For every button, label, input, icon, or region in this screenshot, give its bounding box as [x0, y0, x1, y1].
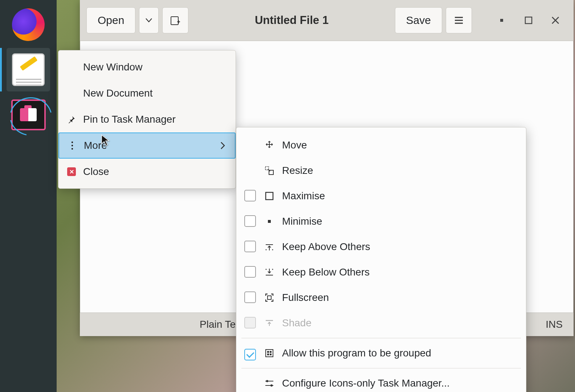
svg-point-10	[266, 249, 267, 250]
svg-rect-1	[500, 19, 503, 22]
maximise-icon	[524, 16, 533, 25]
svg-point-3	[72, 142, 73, 143]
menu-pin-to-task-manager[interactable]: Pin to Task Manager	[58, 106, 236, 132]
submenu-keep-below[interactable]: Keep Below Others	[236, 260, 526, 285]
svg-rect-18	[267, 354, 269, 355]
svg-rect-0	[171, 17, 178, 25]
menu-more[interactable]: More	[58, 132, 236, 159]
keep-below-checkbox[interactable]	[244, 266, 256, 278]
camera-icon	[11, 99, 46, 130]
svg-rect-17	[270, 351, 272, 353]
shade-icon	[263, 318, 276, 328]
svg-rect-8	[266, 192, 273, 200]
svg-point-11	[272, 249, 273, 250]
hamburger-icon	[454, 15, 464, 25]
svg-rect-19	[270, 354, 272, 355]
svg-point-12	[266, 269, 267, 270]
firefox-icon	[12, 8, 45, 41]
menu-new-window[interactable]: New Window	[58, 54, 236, 80]
move-icon	[263, 140, 276, 150]
maximise-icon	[263, 191, 276, 201]
submenu-shade: Shade	[236, 310, 526, 336]
menu-close[interactable]: ✕ Close	[58, 159, 236, 185]
menu-separator	[241, 368, 521, 368]
more-dots-icon	[66, 141, 78, 150]
taskbar-context-menu: New Window New Document Pin to Task Mana…	[58, 50, 236, 189]
fullscreen-icon	[263, 293, 276, 303]
minimise-icon	[497, 16, 506, 25]
taskbar-item-text-editor[interactable]	[7, 48, 50, 91]
keep-below-icon	[263, 267, 276, 277]
svg-rect-14	[268, 296, 271, 299]
minimise-checkbox[interactable]	[244, 215, 256, 227]
window-title: Untitled File 1	[192, 14, 391, 27]
svg-rect-16	[267, 351, 269, 353]
window-maximise-button[interactable]	[517, 9, 540, 32]
keep-above-checkbox[interactable]	[244, 241, 256, 252]
svg-rect-15	[266, 350, 273, 357]
fullscreen-checkbox[interactable]	[244, 291, 256, 303]
status-insert-mode[interactable]: INS	[546, 319, 563, 330]
menu-new-document[interactable]: New Document	[58, 80, 236, 106]
svg-point-5	[72, 148, 73, 150]
submenu-resize[interactable]: Resize	[236, 158, 526, 183]
submenu-maximise[interactable]: Maximise	[236, 183, 526, 209]
new-tab-icon	[170, 15, 181, 26]
taskbar	[0, 0, 57, 392]
window-minimise-button[interactable]	[490, 9, 513, 32]
group-icon	[263, 348, 276, 358]
chevron-right-icon	[218, 142, 228, 150]
maximise-checkbox[interactable]	[244, 190, 256, 201]
titlebar[interactable]: Open Untitled File 1 Save	[80, 0, 574, 41]
submenu-allow-grouped[interactable]: Allow this program to be grouped	[236, 340, 526, 366]
svg-point-13	[272, 269, 273, 270]
close-icon	[551, 16, 560, 25]
submenu-keep-above[interactable]: Keep Above Others	[236, 234, 526, 260]
submenu-minimise[interactable]: Minimise	[236, 209, 526, 234]
resize-icon	[263, 166, 276, 176]
keep-above-icon	[263, 242, 276, 252]
open-dropdown-button[interactable]	[139, 7, 159, 33]
taskbar-item-firefox[interactable]	[7, 3, 50, 46]
hamburger-menu-button[interactable]	[446, 7, 472, 33]
svg-rect-2	[525, 17, 532, 24]
caret-down-icon	[146, 18, 152, 23]
menu-separator	[241, 338, 521, 338]
svg-point-4	[72, 145, 73, 146]
save-button[interactable]: Save	[395, 7, 442, 33]
shade-checkbox	[244, 317, 256, 328]
new-tab-button[interactable]	[162, 7, 188, 33]
submenu-configure-task-manager[interactable]: Configure Icons-only Task Manager...	[236, 371, 526, 392]
pin-icon	[66, 115, 77, 124]
allow-grouped-checkbox[interactable]	[244, 349, 256, 360]
status-syntax-mode[interactable]: Plain Tex	[200, 319, 241, 330]
more-submenu: Move Resize Maximise Minimise Keep Above…	[236, 127, 526, 392]
taskbar-item-spectacle[interactable]	[7, 93, 50, 136]
minimise-icon	[263, 217, 276, 226]
open-button[interactable]: Open	[86, 7, 135, 33]
submenu-fullscreen[interactable]: Fullscreen	[236, 285, 526, 310]
svg-rect-9	[268, 220, 271, 223]
close-x-icon: ✕	[67, 167, 76, 176]
configure-icon	[263, 378, 276, 388]
window-close-button[interactable]	[544, 9, 567, 32]
submenu-move[interactable]: Move	[236, 132, 526, 158]
text-editor-icon	[12, 53, 45, 86]
